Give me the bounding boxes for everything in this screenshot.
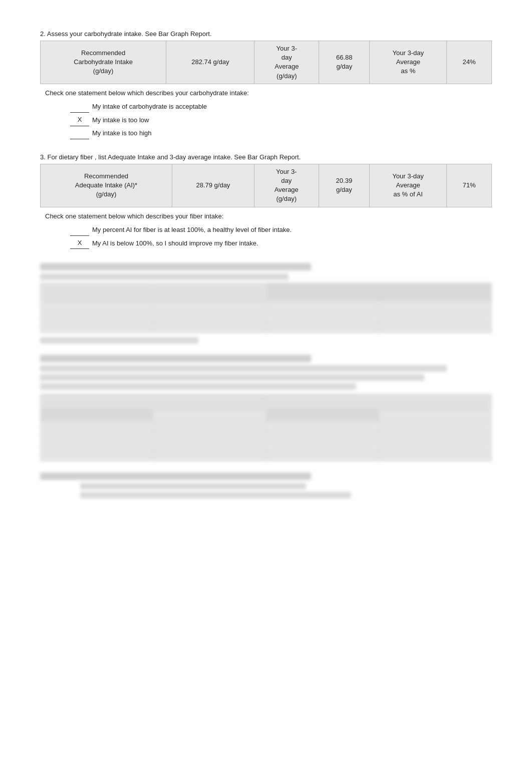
s3-col4-value: 20.39g/day [319, 164, 369, 207]
blurred-6-line2 [80, 492, 351, 498]
s2-option-3: My intake is too high [70, 127, 492, 139]
section-3: 3. For dietary fiber , list Adequate Int… [40, 153, 492, 249]
s2-option-3-text: My intake is too high [92, 127, 152, 139]
section-3-check-intro: Check one statement below which describe… [45, 212, 492, 220]
s3-option-1: My percent AI for fiber is at least 100%… [70, 224, 492, 236]
blurred-5-table [40, 394, 492, 461]
section-3-options: My percent AI for fiber is at least 100%… [70, 224, 492, 249]
s3-option-2: X My AI is below 100%, so I should impro… [70, 237, 492, 249]
blurred-4-line2 [40, 337, 198, 344]
s2-option-1-text: My intake of carbohydrate is acceptable [92, 101, 207, 112]
s2-blank-2: X [70, 114, 89, 126]
blurred-5-line2 [40, 374, 424, 381]
blurred-5-line1 [40, 365, 447, 372]
blurred-section-4 [40, 263, 492, 344]
section-3-table: RecommendedAdequate Intake (AI)*(g/day) … [40, 164, 492, 207]
s3-col5-header: Your 3-dayAverageas % of AI [370, 164, 447, 207]
section-2: 2. Assess your carbohydrate intake. See … [40, 30, 492, 139]
s2-col1-header: RecommendedCarbohydrate Intake(g/day) [41, 41, 166, 84]
s3-option-2-text: My AI is below 100%, so I should improve… [92, 237, 258, 249]
section-3-heading: For dietary fiber , list Adequate Intake… [47, 153, 301, 161]
blurred-6-line1 [80, 483, 306, 489]
section-2-table: RecommendedCarbohydrate Intake(g/day) 28… [40, 41, 492, 84]
section-2-heading: Assess your carbohydrate intake. See Bar… [47, 30, 212, 38]
s2-col3-header: Your 3-dayAverage(g/day) [254, 41, 319, 84]
s3-blank-1 [70, 224, 89, 236]
s2-blank-1 [70, 101, 89, 113]
section-2-options: My intake of carbohydrate is acceptable … [70, 101, 492, 139]
blurred-4-title [40, 263, 311, 271]
s3-col1-header: RecommendedAdequate Intake (AI)*(g/day) [41, 164, 172, 207]
s2-blank-3 [70, 127, 89, 139]
s2-option-2-text: My intake is too low [92, 114, 149, 126]
s3-col2-value: 28.79 g/day [172, 164, 254, 207]
s3-blank-2: X [70, 237, 89, 249]
section-2-number: 2. [40, 30, 46, 38]
s2-col2-value: 282.74 g/day [166, 41, 254, 84]
blurred-4-line1 [40, 274, 289, 280]
section-2-title: 2. Assess your carbohydrate intake. See … [40, 30, 492, 38]
blurred-section-5 [40, 355, 492, 461]
section-2-check-intro: Check one statement below which describe… [45, 89, 492, 97]
s2-col6-value: 24% [447, 41, 492, 84]
blurred-4-table [40, 283, 492, 333]
s2-col5-header: Your 3-dayAverageas % [370, 41, 447, 84]
s3-col6-value: 71% [447, 164, 492, 207]
blurred-5-title [40, 355, 311, 362]
blurred-6-title [40, 472, 311, 480]
section-3-title: 3. For dietary fiber , list Adequate Int… [40, 153, 492, 161]
s2-option-2: X My intake is too low [70, 114, 492, 126]
s3-option-1-text: My percent AI for fiber is at least 100%… [92, 224, 292, 235]
blurred-section-6 [40, 472, 492, 498]
s2-option-1: My intake of carbohydrate is acceptable [70, 101, 492, 113]
section-3-number: 3. [40, 153, 46, 161]
s2-col4-value: 66.88g/day [319, 41, 370, 84]
blurred-5-line3 [40, 383, 356, 390]
s3-col3-header: Your 3-dayAverage(g/day) [254, 164, 319, 207]
